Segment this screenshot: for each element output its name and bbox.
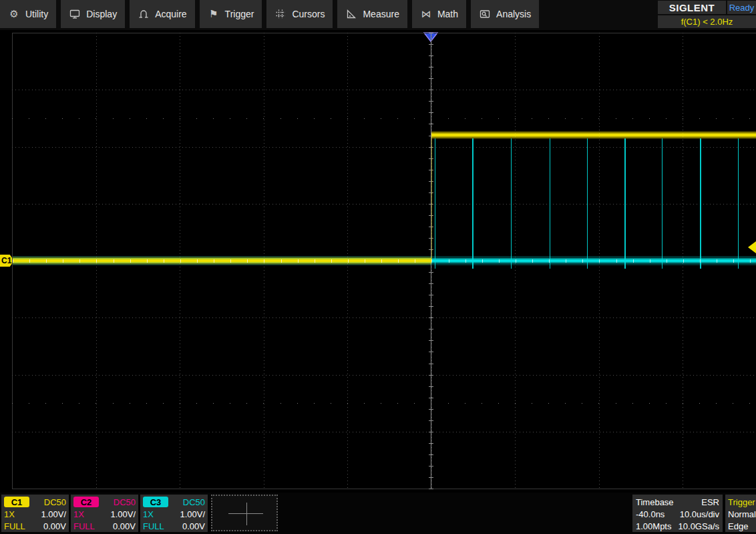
trigger-type: Edge (728, 520, 756, 532)
channel-bandwidth: FULL (4, 521, 25, 531)
menu-item-label: Math (437, 9, 458, 19)
trigger-position-line-tick (429, 90, 433, 90)
trace-c3-pulse (587, 138, 588, 269)
menu-item-acquire[interactable]: Acquire (130, 0, 194, 28)
gridline-horizontal (12, 317, 756, 318)
channel-coupling: DC50 (114, 497, 136, 507)
cursors-icon (274, 8, 287, 20)
graticule-minor-dot-row (12, 118, 756, 119)
timebase-title: Timebase (636, 497, 674, 507)
channel-box-c2[interactable]: C2DC501X1.00V/FULL0.00V (71, 495, 138, 532)
trigger-position-line-tick (429, 409, 433, 410)
math-icon: ⋈ (420, 8, 432, 20)
measure-icon (345, 8, 357, 20)
channel-coupling: DC50 (183, 497, 205, 507)
timebase-scale: 10.0us/div (680, 509, 719, 519)
menu-item-analysis[interactable]: Analysis (471, 0, 539, 28)
channel-offset: 0.00V (43, 521, 66, 531)
acquire-icon (138, 8, 150, 20)
menu-item-measure[interactable]: Measure (337, 0, 407, 28)
trace-c1-edge (431, 135, 432, 261)
gridline-horizontal (12, 147, 756, 148)
channel-coupling: DC50 (44, 497, 66, 507)
channel-probe-atten: 1X (73, 509, 84, 519)
trigger-position-line-tick (429, 272, 433, 273)
channel-scale: 1.00V/ (180, 509, 205, 519)
analysis-icon (479, 8, 491, 20)
menu-item-display[interactable]: Display (61, 0, 125, 28)
menu-item-label: Cursors (292, 9, 325, 19)
menu-item-label: Trigger (225, 9, 254, 19)
trigger-position-line-tick (429, 67, 433, 68)
menu-bar: ⚙UtilityDisplayAcquire⚑TriggerCursorsMea… (0, 0, 756, 30)
trigger-position-line-tick (429, 420, 433, 421)
menu-item-label: Analysis (496, 9, 531, 19)
trace-c3-pulse (700, 138, 701, 269)
acquisition-status-text: Ready (729, 3, 755, 13)
trigger-position-line-tick (429, 101, 433, 102)
trigger-position-line-tick (429, 317, 433, 318)
trigger-position-line-tick (429, 454, 433, 455)
trigger-title: Trigger (728, 496, 756, 508)
preview-cross-horizontal (228, 513, 263, 514)
channel-chip: C1 (4, 497, 29, 507)
menu-items: ⚙UtilityDisplayAcquire⚑TriggerCursorsMea… (0, 0, 544, 28)
trace-preview-placeholder[interactable] (211, 495, 278, 531)
trace-c3-pulse (624, 138, 626, 269)
trigger-box[interactable]: Trigger Normal Edge (725, 495, 756, 532)
siglent-logo-text: SIGLENT (669, 2, 715, 13)
trigger-position-line-tick (429, 33, 433, 33)
menu-item-trigger[interactable]: ⚑Trigger (200, 0, 262, 28)
frequency-counter-text: f(C1) < 2.0Hz (681, 17, 733, 27)
channel-offset: 0.00V (182, 521, 205, 531)
timebase-box[interactable]: Timebase ESR -40.0ns 10.0us/div 1.00Mpts… (632, 495, 723, 532)
trigger-position-line-tick (429, 386, 433, 387)
preview-cross-vertical (246, 503, 247, 525)
channel-bandwidth: FULL (143, 521, 164, 531)
channel-box-c3[interactable]: C3DC501X1.00V/FULL0.00V (140, 495, 208, 532)
gridline-horizontal (12, 90, 756, 90)
timebase-mode: ESR (701, 497, 719, 507)
trigger-position-line-tick (429, 375, 433, 376)
menu-item-label: Utility (25, 9, 48, 19)
menu-item-cursors[interactable]: Cursors (266, 0, 333, 28)
trigger-position-line-tick (429, 306, 433, 307)
channel-box-c1[interactable]: C1DC501X1.00V/FULL0.00V (1, 495, 69, 532)
graticule-minor-dot-row (12, 403, 756, 404)
timebase-memory: 1.00Mpts (636, 521, 671, 531)
trigger-position-line-tick (429, 364, 433, 364)
status-bar: C1DC501X1.00V/FULL0.00VC2DC501X1.00V/FUL… (0, 493, 756, 534)
menu-item-math[interactable]: ⋈Math (412, 0, 466, 28)
trace-c3-pulse (435, 138, 436, 269)
graticule-border-bottom (12, 489, 756, 489)
channel-chip: C2 (73, 497, 99, 507)
trigger-position-line-tick (429, 398, 433, 398)
trigger-flag-icon: ⚑ (208, 8, 220, 20)
menu-item-utility[interactable]: ⚙Utility (0, 0, 56, 28)
siglent-logo: SIGLENT (658, 1, 726, 14)
trigger-position-line-tick (429, 477, 433, 478)
gridline-horizontal (12, 375, 756, 376)
trigger-position-line-tick (429, 112, 433, 113)
trigger-position-line-tick (429, 329, 433, 329)
frequency-counter: f(C1) < 2.0Hz (658, 15, 756, 28)
trace-c3-pulse (662, 138, 663, 269)
gridline-horizontal (12, 432, 756, 432)
brand-area: SIGLENT Ready f(C1) < 2.0Hz (658, 0, 756, 28)
trace-c3-pulse (550, 138, 551, 269)
channel-bandwidth: FULL (73, 521, 95, 531)
trigger-position-line-tick (429, 466, 433, 466)
trace-c3-pulse (472, 138, 474, 269)
channel-probe-atten: 1X (143, 509, 154, 519)
trigger-sweep-mode: Normal (728, 508, 756, 520)
menu-item-label: Measure (363, 9, 399, 19)
waveform-display[interactable]: C1 (0, 30, 756, 493)
trigger-position-line-tick (429, 352, 433, 352)
trigger-position-line-tick (429, 432, 433, 432)
channel-offset: 0.00V (113, 521, 136, 531)
channel-probe-atten: 1X (4, 509, 15, 519)
center-axis-tick-row (13, 259, 756, 263)
trigger-level-marker[interactable] (748, 241, 756, 253)
trigger-position-line-tick (429, 78, 433, 79)
display-icon (69, 8, 81, 20)
